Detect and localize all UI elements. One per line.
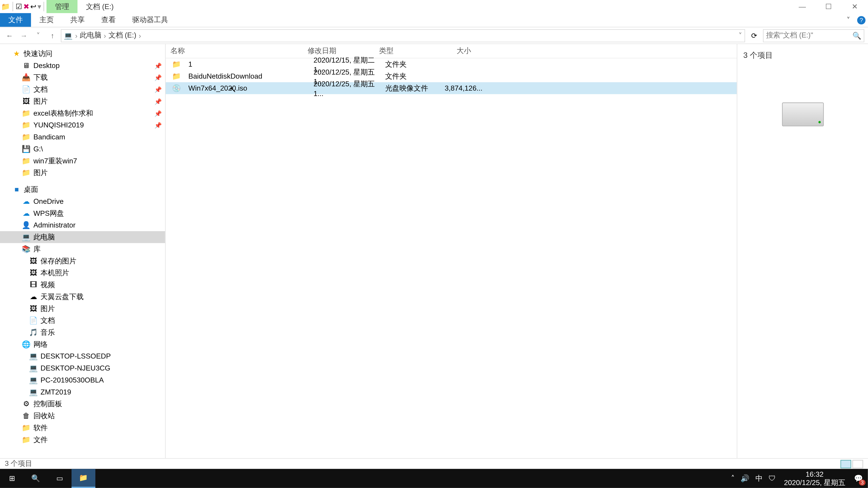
qat-customize-chevron-icon[interactable]: ▾ [37, 2, 41, 11]
tree-label: OneDrive [33, 197, 64, 205]
file-list[interactable]: 名称 修改日期 类型 大小 📁 1 2020/12/15, 星期二 1... 文… [166, 44, 737, 458]
file-name: Win7x64_2020.iso [184, 84, 309, 92]
video-icon: 🎞 [29, 281, 38, 289]
tree-label: 保存的图片 [40, 256, 76, 266]
tree-item[interactable]: 📁软件 [0, 422, 165, 434]
tree-item-libraries[interactable]: 📚库 [0, 243, 165, 255]
tree-label: win7重装win7 [33, 156, 77, 166]
action-center-button[interactable]: 💬 3 [849, 469, 868, 488]
nav-forward-button[interactable]: → [18, 31, 30, 39]
qat-undo-icon[interactable]: ↩ [30, 2, 36, 11]
nav-back-button[interactable]: ← [4, 31, 16, 39]
ribbon-collapse-chevron-icon[interactable]: ˅ [846, 16, 850, 24]
computer-icon: 💻 [29, 376, 38, 384]
file-row-selected[interactable]: 💿 Win7x64_2020.iso 2020/12/25, 星期五 1... … [166, 82, 737, 94]
tree-item[interactable]: 💾G:\ [0, 143, 165, 155]
tray-volume-icon[interactable]: 🔊 [741, 474, 749, 483]
chevron-right-icon[interactable]: › [137, 31, 142, 39]
tree-item[interactable]: 📄文档 [0, 315, 165, 326]
tree-quick-access[interactable]: ★ 快速访问 [0, 48, 165, 60]
column-size[interactable]: 大小 [434, 46, 476, 56]
chevron-right-icon[interactable]: › [103, 31, 107, 39]
tree-label: DESKTOP-LSSOEDP [40, 352, 111, 360]
search-button[interactable]: 🔍 [24, 469, 48, 488]
tree-desktop-root[interactable]: ■ 桌面 [0, 184, 165, 195]
taskbar-clock[interactable]: 16:32 2020/12/25, 星期五 [780, 470, 849, 487]
drive-icon: 💾 [22, 145, 31, 153]
tree-item[interactable]: ☁OneDrive [0, 195, 165, 207]
column-date[interactable]: 修改日期 [303, 46, 374, 56]
help-icon[interactable]: ? [857, 16, 866, 24]
task-view-button[interactable]: ▭ [48, 469, 71, 488]
tree-item[interactable]: 🖥Desktop📌 [0, 60, 165, 72]
tree-item[interactable]: 🎞视频 [0, 279, 165, 291]
tree-item[interactable]: 🖼本机照片 [0, 267, 165, 279]
ribbon-tab-view[interactable]: 查看 [93, 13, 124, 27]
tray-ime-indicator[interactable]: 中 [755, 473, 763, 484]
tree-item[interactable]: 📁excel表格制作求和📌 [0, 107, 165, 119]
contextual-tab[interactable]: 管理 [46, 0, 78, 13]
tree-item[interactable]: 💻DESKTOP-LSSOEDP [0, 350, 165, 362]
tree-item[interactable]: 💻DESKTOP-NJEU3CG [0, 362, 165, 374]
tree-item-this-pc[interactable]: 💻此电脑 [0, 231, 165, 243]
tree-item[interactable]: 📄文档📌 [0, 84, 165, 95]
view-large-icons-button[interactable] [852, 459, 863, 468]
ribbon-tab-home[interactable]: 主页 [31, 13, 62, 27]
tree-item[interactable]: 👤Administrator [0, 219, 165, 231]
chevron-right-icon[interactable]: › [74, 31, 79, 39]
tree-item[interactable]: 📥下载📌 [0, 71, 165, 84]
file-row[interactable]: 📁 1 2020/12/15, 星期二 1... 文件夹 [166, 58, 737, 70]
tree-item[interactable]: ☁WPS网盘 [0, 207, 165, 219]
navigation-tree[interactable]: ★ 快速访问 🖥Desktop📌 📥下载📌 📄文档📌 🖼图片📌 📁excel表格… [0, 44, 166, 458]
tree-label: 库 [33, 244, 41, 254]
tree-label: 控制面板 [33, 399, 62, 409]
ribbon-tab-share[interactable]: 共享 [62, 13, 93, 27]
breadcrumb-segment[interactable]: 文档 (E:) [108, 30, 136, 40]
clock-date: 2020/12/25, 星期五 [784, 479, 845, 487]
breadcrumb[interactable]: 💻 › 此电脑 › 文档 (E:) › ˅ [61, 29, 745, 42]
qat-new-folder-icon[interactable]: ✖ [23, 2, 29, 11]
taskbar: ⊞ 🔍 ▭ 📁 ˄ 🔊 中 🛡 16:32 2020/12/25, 星期五 💬 … [0, 469, 868, 488]
tree-item[interactable]: 📁YUNQISHI2019📌 [0, 119, 165, 131]
tree-item[interactable]: 💻ZMT2019 [0, 386, 165, 398]
nav-up-button[interactable]: ↑ [46, 31, 59, 39]
view-details-button[interactable] [840, 459, 851, 468]
tree-item[interactable]: 🖼保存的图片 [0, 255, 165, 267]
file-size: 3,874,126... [440, 84, 482, 92]
tree-item[interactable]: 🗑回收站 [0, 410, 165, 422]
tree-label: Bandicam [33, 133, 65, 141]
close-button[interactable]: ✕ [842, 0, 868, 13]
start-button[interactable]: ⊞ [0, 469, 24, 488]
tray-security-icon[interactable]: 🛡 [769, 474, 776, 483]
cloud-icon: ☁ [29, 293, 38, 301]
tree-item[interactable]: ☁天翼云盘下载 [0, 291, 165, 303]
tree-item[interactable]: ⚙控制面板 [0, 398, 165, 410]
ribbon-tab-drive[interactable]: 驱动器工具 [124, 13, 176, 27]
pin-icon: 📌 [154, 86, 162, 93]
tree-item[interactable]: 📁Bandicam [0, 131, 165, 143]
file-row[interactable]: 📁 BaiduNetdiskDownload 2020/12/25, 星期五 1… [166, 70, 737, 82]
tree-item[interactable]: 💻PC-20190530OBLA [0, 374, 165, 386]
search-input[interactable]: 搜索"文档 (E:)" 🔍 [763, 29, 864, 42]
column-name[interactable]: 名称 [166, 46, 303, 56]
ribbon-tab-file[interactable]: 文件 [0, 13, 31, 27]
taskbar-explorer-button[interactable]: 📁 [71, 469, 95, 488]
tree-item[interactable]: 🖼图片📌 [0, 95, 165, 107]
tree-item[interactable]: 📁图片 [0, 167, 165, 179]
tray-chevron-up-icon[interactable]: ˄ [731, 474, 735, 483]
nav-recent-chevron-icon[interactable]: ˅ [32, 31, 44, 39]
breadcrumb-segment[interactable]: 此电脑 [80, 30, 101, 40]
qat-properties-icon[interactable]: ☑ [16, 2, 22, 11]
maximize-button[interactable]: ☐ [815, 0, 842, 13]
tree-item[interactable]: 🖼图片 [0, 303, 165, 315]
tree-item[interactable]: 📁win7重装win7 [0, 155, 165, 167]
refresh-button[interactable]: ⟳ [747, 31, 761, 39]
tree-item-network[interactable]: 🌐网络 [0, 338, 165, 350]
pictures-icon: 🖼 [29, 257, 38, 265]
breadcrumb-dropdown-chevron-icon[interactable]: ˅ [739, 31, 742, 39]
computer-icon: 💻 [29, 352, 38, 360]
column-type[interactable]: 类型 [374, 46, 434, 56]
tree-item[interactable]: 🎵音乐 [0, 326, 165, 338]
minimize-button[interactable]: — [789, 0, 815, 13]
tree-item[interactable]: 📁文件 [0, 434, 165, 446]
